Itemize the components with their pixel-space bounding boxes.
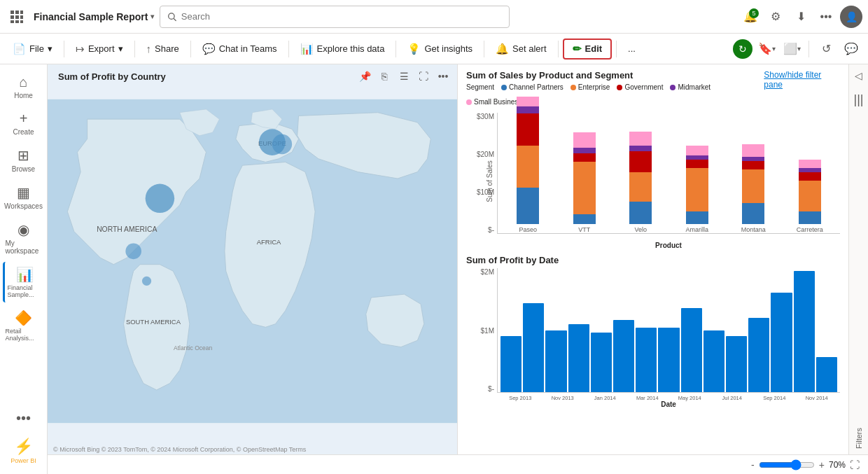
svg-rect-0 [10, 11, 14, 14]
settings-btn[interactable]: ⚙ [764, 6, 787, 28]
insights-icon: 💡 [407, 43, 421, 55]
stacked-bar-vtt [573, 132, 596, 224]
sidebar-more-btn[interactable]: ••• [3, 406, 45, 431]
view-btn[interactable]: ⬜▾ [780, 38, 803, 60]
seg-channel-amarilla [686, 211, 708, 224]
file-icon: 📄 [13, 43, 26, 55]
bubble-usa-west [125, 244, 141, 260]
fullscreen-btn[interactable]: ⛶ [850, 459, 860, 470]
sidebar-item-my-workspace[interactable]: ◉ My workspace [3, 217, 45, 259]
sidebar-item-retail[interactable]: 🔶 Retail Analysis... [3, 305, 45, 346]
explore-btn[interactable]: 📊 Explore this data [293, 40, 392, 58]
legend-dot-channel [501, 85, 507, 90]
divider-1 [64, 41, 64, 57]
seg-gov-carretera [799, 172, 821, 181]
file-btn[interactable]: 📄 File ▾ [6, 40, 59, 58]
bubble-europe2 [272, 134, 292, 154]
more-options-btn[interactable]: ••• [815, 6, 837, 28]
zoom-slider[interactable] [759, 459, 815, 470]
zoom-minus[interactable]: - [751, 459, 755, 470]
show-filter-btn[interactable]: Show/hide filter pane [764, 70, 840, 90]
content-area: Sum of Profit by Country 📌 ⎘ ☰ ⛶ ••• [48, 64, 868, 474]
svg-rect-7 [15, 20, 19, 23]
app-grid-icon[interactable] [6, 6, 28, 28]
svg-line-10 [174, 18, 176, 20]
search-bar[interactable] [160, 6, 510, 28]
sidebar-item-financial[interactable]: 📊 Financial Sample... [3, 262, 45, 302]
sales-y-axis-label: Sum of Sales [486, 160, 493, 202]
copy-tool[interactable]: ⎘ [376, 68, 393, 85]
legend-dot-smallbiz [466, 99, 472, 105]
divider-8 [616, 41, 617, 57]
legend-channel: Channel Partners [501, 83, 564, 91]
seg-channel-velo [629, 202, 652, 224]
sidebar-item-workspaces[interactable]: ▦ Workspaces [3, 180, 45, 214]
seg-gov-amarilla [686, 160, 708, 168]
sidebar-item-create[interactable]: + Create [3, 106, 45, 140]
sidebar-item-browse[interactable]: ⊞ Browse [3, 143, 45, 177]
share-btn[interactable]: ↑ Share [139, 40, 186, 57]
alert-btn[interactable]: 🔔 Set alert [489, 40, 553, 58]
filter-label: Filters [855, 428, 863, 449]
seg-mid-velo [629, 146, 652, 151]
canvas: Sum of Profit by Country 📌 ⎘ ☰ ⛶ ••• [48, 64, 868, 454]
profit-bar-12 [748, 318, 769, 392]
bar-carretera: Carretera [785, 160, 835, 233]
undo-btn[interactable]: ↺ [815, 38, 837, 60]
seg-gov-paseo [517, 113, 539, 146]
legend-dot-enterprise [570, 85, 576, 90]
seg-channel-paseo [517, 188, 539, 224]
svg-rect-2 [20, 11, 23, 14]
svg-rect-8 [20, 20, 23, 23]
seg-mid-paseo [517, 106, 539, 113]
avatar[interactable]: 👤 [840, 6, 862, 28]
legend-government: Government [617, 83, 663, 91]
world-map-svg: NORTH AMERICA SOUTH AMERICA EUROPE AFRIC… [48, 82, 457, 440]
search-icon [167, 12, 176, 22]
bar-paseo: Paseo [503, 97, 553, 233]
edit-btn[interactable]: ✏ Edit [563, 39, 612, 60]
divider-7 [558, 41, 559, 57]
insights-btn[interactable]: 💡 Get insights [400, 40, 479, 58]
notifications-btn[interactable]: 🔔 5 [739, 6, 762, 28]
export-btn[interactable]: ↦ Export ▾ [69, 40, 130, 58]
seg-small-vtt [573, 132, 596, 148]
stacked-bar-montana [742, 144, 764, 224]
more-toolbar-btn[interactable]: ... [621, 41, 643, 57]
profit-bar-11 [726, 336, 747, 392]
sales-bars-area: Paseo VTT [497, 113, 840, 234]
title-chevron[interactable]: ▾ [150, 13, 154, 20]
svg-rect-4 [15, 15, 19, 19]
seg-enterprise-montana [742, 169, 764, 203]
expand-tool[interactable]: ⛶ [415, 68, 432, 85]
filter-tool[interactable]: ☰ [396, 68, 412, 85]
stacked-bar-amarilla [686, 146, 708, 224]
sidebar-item-home[interactable]: ⌂ Home [3, 70, 45, 104]
download-btn[interactable]: ⬇ [790, 6, 812, 28]
zoom-plus[interactable]: + [819, 459, 825, 470]
sidebar: ⌂ Home + Create ⊞ Browse ▦ Workspaces ◉ … [0, 64, 48, 474]
legend-enterprise: Enterprise [570, 83, 610, 91]
bookmark-btn[interactable]: 🔖▾ [755, 38, 778, 60]
refresh-btn[interactable]: ↻ [733, 39, 752, 59]
share-icon: ↑ [146, 43, 152, 55]
pin-tool[interactable]: 📌 [356, 68, 373, 85]
explore-icon: 📊 [300, 43, 314, 55]
stacked-bar-paseo [517, 97, 539, 224]
south-america-label: SOUTH AMERICA [126, 318, 181, 326]
map-title: Sum of Profit by Country [58, 71, 166, 82]
comment-btn[interactable]: 💬 [840, 38, 862, 60]
seg-enterprise-vtt [573, 162, 596, 214]
filter-panel[interactable]: ◁ ||| Filters [848, 64, 868, 454]
notification-badge: 5 [749, 8, 759, 18]
filter-collapse-icon[interactable]: ◁ [855, 64, 862, 87]
more-tool[interactable]: ••• [435, 68, 451, 85]
main-layout: ⌂ Home + Create ⊞ Browse ▦ Workspaces ◉ … [0, 64, 868, 474]
search-input[interactable] [181, 11, 503, 22]
top-bar: Financial Sample Report ▾ 🔔 5 ⚙ ⬇ ••• 👤 [0, 0, 868, 34]
chat-teams-btn[interactable]: 💬 Chat in Teams [195, 40, 284, 58]
seg-enterprise-paseo [517, 146, 539, 188]
app-title: Financial Sample Report ▾ [34, 11, 154, 22]
workspaces-icon: ▦ [17, 184, 30, 201]
seg-small-montana [742, 144, 764, 157]
